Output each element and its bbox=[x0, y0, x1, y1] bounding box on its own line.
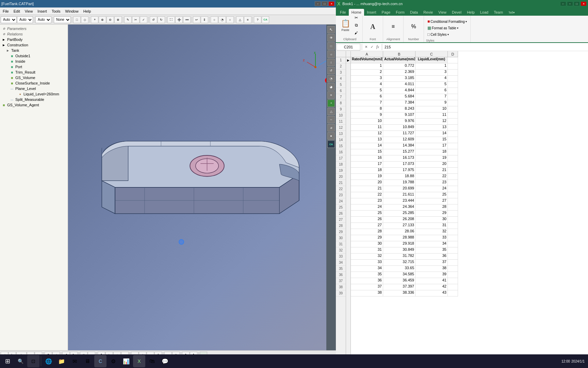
catia-close-btn[interactable]: ✕ bbox=[328, 1, 334, 6]
row-num-11[interactable]: 11 bbox=[336, 119, 346, 125]
tree-item-closesurface[interactable]: ◼ CloseSurface_Inside bbox=[10, 80, 66, 86]
cell-d31[interactable] bbox=[448, 241, 458, 247]
ribbon-btn-paste[interactable]: 📋 Paste bbox=[339, 18, 352, 32]
viewport-3d[interactable]: x y z ! ↖ 👁 □ ⌕ bbox=[68, 25, 336, 350]
rt-btn-rotate[interactable]: ↺ bbox=[327, 67, 335, 74]
col-header-a[interactable]: A bbox=[351, 51, 383, 57]
cell-b8[interactable]: 7.384 bbox=[383, 100, 415, 106]
cell-b38[interactable]: 37.397 bbox=[383, 284, 415, 290]
cell-d34[interactable] bbox=[448, 260, 458, 266]
cell-b18[interactable]: 17.073 bbox=[383, 162, 415, 168]
taskbar-start-btn[interactable]: ⊞ bbox=[1, 355, 14, 367]
cell-d21[interactable] bbox=[448, 180, 458, 186]
cell-c2[interactable]: 1 bbox=[415, 63, 448, 70]
cell-a25[interactable]: 24 bbox=[351, 204, 383, 211]
cell-d16[interactable] bbox=[448, 149, 458, 155]
ribbon-btn-alignment[interactable]: ≡ bbox=[387, 21, 399, 32]
toolbar-select-1[interactable]: Auto bbox=[1, 16, 17, 23]
cell-c21[interactable]: 23 bbox=[415, 180, 448, 186]
cell-c30[interactable]: 33 bbox=[415, 235, 448, 241]
cell-a32[interactable]: 31 bbox=[351, 247, 383, 254]
cell-a19[interactable]: 18 bbox=[351, 168, 383, 174]
row-num-33[interactable]: 33 bbox=[336, 254, 346, 260]
row-num-28[interactable]: 28 bbox=[336, 223, 346, 229]
cell-d12[interactable] bbox=[448, 125, 458, 131]
cell-d36[interactable] bbox=[448, 272, 458, 278]
row-num-8[interactable]: 8 bbox=[336, 100, 346, 106]
cell-a34[interactable]: 33 bbox=[351, 260, 383, 266]
excel-expand-btn[interactable]: ← bbox=[560, 1, 566, 6]
rt-btn-view2[interactable]: □ bbox=[327, 42, 335, 50]
cell-d38[interactable] bbox=[448, 284, 458, 290]
copy-btn[interactable]: ⧉ bbox=[352, 22, 360, 29]
cell-d15[interactable] bbox=[448, 143, 458, 149]
cell-a22[interactable]: 21 bbox=[351, 186, 383, 192]
formula-input[interactable] bbox=[383, 44, 587, 50]
rt-btn-view1[interactable]: 👁 bbox=[327, 34, 335, 42]
cell-d25[interactable] bbox=[448, 204, 458, 211]
cell-a6[interactable]: 5 bbox=[351, 88, 383, 94]
cell-b12[interactable]: 10.849 bbox=[383, 125, 415, 131]
cell-d13[interactable] bbox=[448, 131, 458, 137]
row-num-12[interactable]: 12 bbox=[336, 125, 346, 131]
toolbar-btn-5[interactable]: ⊖ bbox=[107, 16, 114, 23]
toolbar-select-2[interactable]: Auto bbox=[17, 16, 33, 23]
tree-item-partbody[interactable]: ▶ PartBody bbox=[1, 37, 66, 42]
cell-d39[interactable] bbox=[448, 290, 458, 296]
taskbar-icon-settings[interactable]: ⚙ bbox=[107, 355, 119, 367]
col-header-c[interactable]: C bbox=[415, 51, 448, 57]
cell-b10[interactable]: 9.107 bbox=[383, 112, 415, 119]
menu-tools[interactable]: Tools bbox=[50, 9, 63, 14]
tree-item-gsvolume[interactable]: ◼ GS_Volume bbox=[10, 75, 66, 80]
rt-btn-snap[interactable]: ⌖ bbox=[327, 99, 335, 107]
toolbar-btn-catia[interactable]: CA bbox=[262, 16, 269, 23]
cell-a11[interactable]: 10 bbox=[351, 119, 383, 125]
cell-c24[interactable]: 27 bbox=[415, 198, 448, 204]
toolbar-btn-10[interactable]: ↺ bbox=[150, 16, 157, 23]
tree-item-inside[interactable]: ◼ Inside bbox=[10, 59, 66, 64]
cell-b16[interactable]: 15.277 bbox=[383, 149, 415, 155]
cell-b14[interactable]: 12.609 bbox=[383, 137, 415, 143]
rt-btn-zoom[interactable]: ⌕ bbox=[327, 50, 335, 58]
cell-c14[interactable]: 15 bbox=[415, 137, 448, 143]
cell-d4[interactable] bbox=[448, 76, 458, 82]
toolbar-btn-7[interactable]: ✎ bbox=[124, 16, 132, 23]
cell-a1[interactable]: RatedVolume(mm3) bbox=[351, 57, 383, 63]
cell-c4[interactable]: 4 bbox=[415, 76, 448, 82]
cell-b5[interactable]: 4.011 bbox=[383, 82, 415, 88]
row-num-16[interactable]: 16 bbox=[336, 149, 346, 155]
cell-b13[interactable]: 11.727 bbox=[383, 131, 415, 137]
cell-c23[interactable]: 25 bbox=[415, 192, 448, 198]
taskbar-icon-catia-active[interactable]: C bbox=[94, 355, 107, 367]
tab-load[interactable]: Load bbox=[477, 9, 491, 16]
cell-c6[interactable]: 6 bbox=[415, 88, 448, 94]
excel-close-btn[interactable]: ✕ bbox=[581, 1, 587, 6]
cell-b25[interactable]: 24.364 bbox=[383, 204, 415, 211]
tab-data[interactable]: Data bbox=[407, 9, 421, 16]
cell-a37[interactable]: 36 bbox=[351, 278, 383, 284]
cell-d32[interactable] bbox=[448, 247, 458, 254]
cell-d7[interactable] bbox=[448, 94, 458, 100]
cell-c38[interactable]: 42 bbox=[415, 284, 448, 290]
rt-btn-measure[interactable]: △ bbox=[327, 108, 335, 115]
row-num-17[interactable]: 17 bbox=[336, 155, 346, 162]
cell-d11[interactable] bbox=[448, 119, 458, 125]
toolbar-btn-wire[interactable]: ○ bbox=[226, 16, 234, 23]
menu-view[interactable]: View bbox=[23, 9, 35, 14]
ribbon-btn-font[interactable]: A bbox=[367, 21, 379, 32]
cell-c28[interactable]: 31 bbox=[415, 223, 448, 229]
cell-c37[interactable]: 41 bbox=[415, 278, 448, 284]
cell-a5[interactable]: 4 bbox=[351, 82, 383, 88]
row-num-32[interactable]: 32 bbox=[336, 247, 346, 254]
cell-b27[interactable]: 26.208 bbox=[383, 217, 415, 223]
taskbar-icon-excel[interactable]: 📊 bbox=[120, 355, 132, 367]
cell-d17[interactable] bbox=[448, 155, 458, 162]
cell-a9[interactable]: 8 bbox=[351, 106, 383, 112]
toolbar-btn-measure[interactable]: △ bbox=[236, 16, 244, 23]
row-num-35[interactable]: 35 bbox=[336, 266, 346, 272]
format-as-table-btn[interactable]: ▦ Format as Table ▾ bbox=[426, 25, 468, 31]
cell-d29[interactable] bbox=[448, 229, 458, 235]
cell-a15[interactable]: 14 bbox=[351, 143, 383, 149]
row-num-20[interactable]: 20 bbox=[336, 174, 346, 180]
cell-b34[interactable]: 32.715 bbox=[383, 260, 415, 266]
